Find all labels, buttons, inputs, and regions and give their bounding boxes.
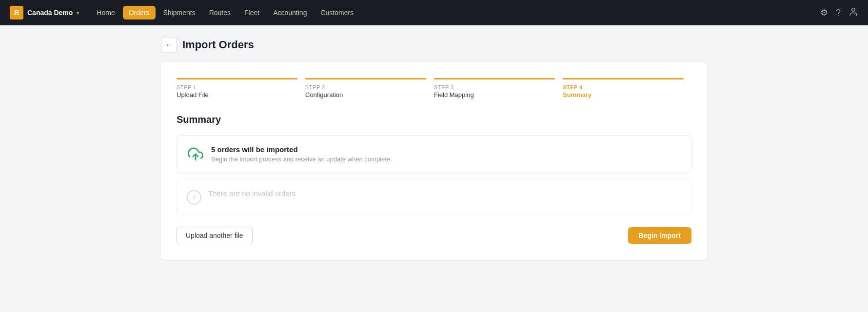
step-4-bar	[563, 78, 684, 79]
step-2-label: STEP 2	[305, 84, 426, 90]
page-content: ← Import Orders STEP 1 Upload File STEP …	[141, 25, 727, 272]
steps-bar: STEP 1 Upload File STEP 2 Configuration …	[177, 78, 691, 98]
step-1-label: STEP 1	[177, 84, 297, 90]
step-4: STEP 4 Summary	[563, 78, 691, 98]
invalid-orders-box: ! There are no invalid orders	[177, 179, 691, 215]
navbar-left: R Canada Demo ▾ Home Orders Shipments Ro…	[10, 6, 359, 20]
nav-home[interactable]: Home	[91, 6, 120, 20]
nav-links: Home Orders Shipments Routes Fleet Accou…	[91, 6, 359, 20]
page-title: Import Orders	[182, 39, 254, 51]
brand[interactable]: R Canada Demo ▾	[10, 6, 79, 20]
summary-title: Summary	[177, 114, 691, 125]
navbar-right: ⚙ ?	[820, 7, 858, 19]
nav-orders[interactable]: Orders	[123, 6, 156, 20]
step-3-bar	[434, 78, 555, 79]
user-icon[interactable]	[848, 7, 858, 19]
help-icon[interactable]: ?	[836, 8, 841, 18]
step-1-bar	[177, 78, 297, 79]
step-1-name: Upload File	[177, 91, 297, 98]
invalid-orders-title: There are no invalid orders	[208, 189, 296, 197]
step-4-name: Summary	[563, 91, 684, 98]
nav-shipments[interactable]: Shipments	[158, 6, 201, 20]
step-3: STEP 3 Field Mapping	[434, 78, 563, 98]
nav-customers[interactable]: Customers	[315, 6, 359, 20]
step-4-label: STEP 4	[563, 84, 684, 90]
step-2: STEP 2 Configuration	[305, 78, 434, 98]
brand-chevron-icon: ▾	[77, 10, 79, 16]
wizard-card: STEP 1 Upload File STEP 2 Configuration …	[161, 62, 707, 260]
step-2-name: Configuration	[305, 91, 426, 98]
upload-icon	[187, 145, 204, 163]
brand-logo: R	[10, 6, 23, 20]
invalid-orders-text: There are no invalid orders	[208, 189, 296, 199]
valid-orders-desc: Begin the import process and receive an …	[211, 156, 392, 163]
invalid-icon: !	[187, 190, 201, 205]
nav-fleet[interactable]: Fleet	[238, 6, 265, 20]
begin-import-button[interactable]: Begin Import	[628, 227, 691, 244]
step-1: STEP 1 Upload File	[177, 78, 305, 98]
settings-icon[interactable]: ⚙	[820, 7, 828, 18]
back-button[interactable]: ←	[161, 37, 177, 53]
valid-orders-text: 5 orders will be imported Begin the impo…	[211, 145, 392, 163]
step-3-name: Field Mapping	[434, 91, 555, 98]
nav-routes[interactable]: Routes	[203, 6, 237, 20]
nav-accounting[interactable]: Accounting	[267, 6, 313, 20]
step-2-bar	[305, 78, 426, 79]
upload-another-button[interactable]: Upload another file	[177, 227, 253, 244]
page-header: ← Import Orders	[161, 37, 707, 53]
step-3-label: STEP 3	[434, 84, 555, 90]
valid-orders-title: 5 orders will be imported	[211, 145, 392, 154]
navbar: R Canada Demo ▾ Home Orders Shipments Ro…	[0, 0, 868, 25]
valid-orders-box: 5 orders will be imported Begin the impo…	[177, 135, 691, 173]
brand-name: Canada Demo	[27, 9, 73, 17]
svg-point-0	[852, 8, 855, 11]
footer-actions: Upload another file Begin Import	[177, 227, 691, 244]
